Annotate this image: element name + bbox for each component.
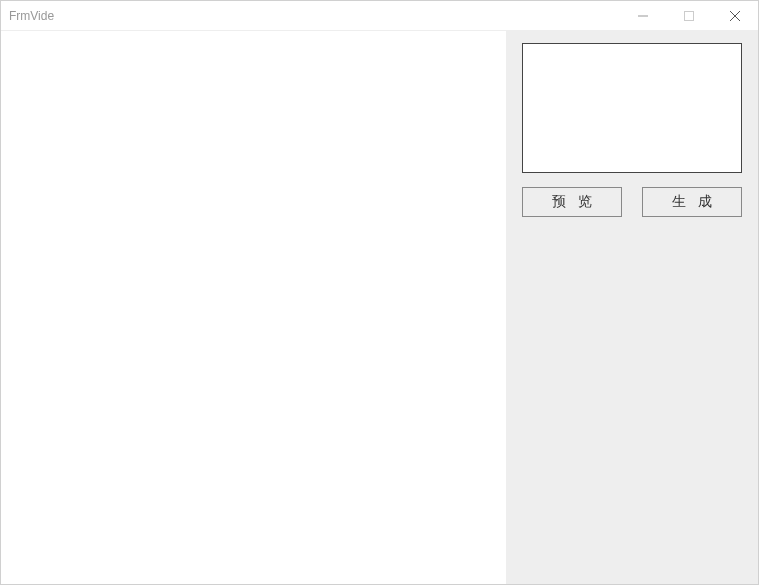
minimize-icon bbox=[638, 11, 648, 21]
generate-button[interactable]: 生 成 bbox=[642, 187, 742, 217]
maximize-button[interactable] bbox=[666, 1, 712, 30]
maximize-icon bbox=[684, 11, 694, 21]
titlebar: FrmVide bbox=[1, 1, 758, 31]
main-panel bbox=[1, 31, 506, 584]
close-icon bbox=[730, 11, 740, 21]
client-area: 预 览 生 成 bbox=[1, 31, 758, 584]
preview-button[interactable]: 预 览 bbox=[522, 187, 622, 217]
close-button[interactable] bbox=[712, 1, 758, 30]
window-title: FrmVide bbox=[9, 9, 620, 23]
side-panel: 预 览 生 成 bbox=[506, 31, 758, 584]
button-row: 预 览 生 成 bbox=[522, 187, 742, 217]
preview-box bbox=[522, 43, 742, 173]
minimize-button[interactable] bbox=[620, 1, 666, 30]
window-controls bbox=[620, 1, 758, 30]
svg-rect-1 bbox=[685, 11, 694, 20]
